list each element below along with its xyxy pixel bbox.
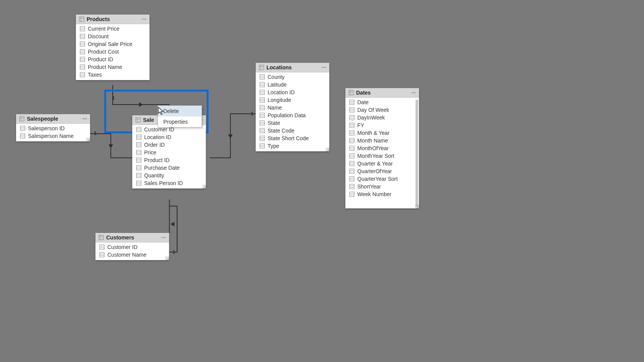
field-item[interactable]: Latitude — [256, 81, 329, 88]
svg-rect-57 — [136, 181, 141, 185]
table-menu-button[interactable]: ⋯ — [82, 116, 88, 121]
field-item[interactable]: Name — [256, 104, 329, 111]
field-item[interactable]: Customer Name — [95, 251, 169, 259]
field-item[interactable]: Day Of Week — [345, 106, 419, 114]
svg-rect-90 — [260, 121, 264, 125]
field-item[interactable]: Purchase Date — [132, 164, 206, 172]
field-item[interactable]: FY — [345, 121, 419, 129]
resize-handle[interactable] — [415, 205, 419, 208]
field-item[interactable]: Order ID — [132, 141, 206, 149]
table-header[interactable]: Customers ⋯ — [95, 233, 169, 242]
table-salespeople[interactable]: Salespeople ⋯ Salesperson IDSalesperson … — [16, 114, 90, 141]
field-item[interactable]: Month Name — [345, 137, 419, 144]
arrow-icon — [139, 102, 143, 107]
field-label: Quarter & Year — [357, 161, 393, 167]
field-item[interactable]: Population Data — [256, 111, 329, 119]
field-label: Month & Year — [357, 130, 389, 136]
table-header[interactable]: Products ⋯ — [76, 15, 150, 24]
svg-rect-111 — [350, 115, 354, 120]
field-item[interactable]: Sales Person ID — [132, 179, 206, 187]
svg-rect-120 — [350, 138, 354, 143]
field-item[interactable]: MonthYear Sort — [345, 152, 419, 160]
field-item[interactable]: Location ID — [256, 88, 329, 96]
field-item[interactable]: Product Cost — [76, 48, 150, 56]
svg-rect-123 — [350, 146, 354, 151]
column-icon — [136, 127, 141, 132]
field-item[interactable]: Original Sale Price — [76, 40, 150, 48]
scrollbar[interactable] — [416, 100, 418, 207]
field-item[interactable]: Customer ID — [95, 243, 169, 251]
column-icon — [136, 165, 141, 170]
field-item[interactable]: Product ID — [76, 56, 150, 63]
field-item[interactable]: MonthOfYear — [345, 144, 419, 152]
field-item[interactable]: County — [256, 73, 329, 81]
field-item[interactable]: Salesperson Name — [16, 132, 90, 140]
menu-item-delete[interactable]: Delete — [158, 106, 202, 116]
field-item[interactable]: Product ID — [132, 156, 206, 164]
resize-handle[interactable] — [165, 256, 169, 260]
table-header[interactable]: Salespeople ⋯ — [16, 114, 90, 124]
column-icon — [260, 136, 265, 141]
field-label: Name — [268, 105, 282, 111]
svg-rect-69 — [259, 65, 264, 70]
model-canvas[interactable]: 1 1 1 1 Products ⋯ Current PriceDiscount… — [0, 0, 644, 362]
context-menu[interactable]: Delete Properties — [158, 105, 202, 128]
field-item[interactable]: Quantity — [132, 172, 206, 179]
field-label: Location ID — [268, 89, 295, 95]
table-menu-button[interactable]: ⋯ — [142, 17, 147, 21]
field-item[interactable]: Product Name — [76, 63, 150, 71]
table-menu-button[interactable]: ⋯ — [322, 65, 327, 70]
field-item[interactable]: Week Number — [345, 190, 419, 198]
field-item[interactable]: Location ID — [132, 133, 206, 141]
svg-rect-0 — [79, 17, 84, 21]
field-item[interactable]: DayInWeek — [345, 114, 419, 121]
svg-rect-42 — [136, 143, 141, 147]
svg-rect-114 — [350, 123, 354, 128]
table-header[interactable]: Dates ⋯ — [345, 88, 419, 98]
field-item[interactable]: State Short Code — [256, 134, 329, 142]
table-header[interactable]: Locations ⋯ — [256, 63, 329, 72]
field-item[interactable]: Type — [256, 142, 329, 150]
field-item[interactable]: Discount — [76, 33, 150, 40]
field-item[interactable]: ShortYear — [345, 183, 419, 190]
svg-rect-81 — [260, 98, 264, 102]
table-customers[interactable]: Customers ⋯ Customer IDCustomer Name — [95, 233, 169, 260]
cardinality-one: 1 — [112, 95, 115, 101]
svg-rect-21 — [80, 72, 85, 77]
field-item[interactable]: QuarterYear Sort — [345, 175, 419, 183]
table-products[interactable]: Products ⋯ Current PriceDiscountOriginal… — [76, 15, 150, 80]
table-menu-button[interactable]: ⋯ — [161, 235, 167, 240]
field-list: Customer IDLocation IDOrder IDPriceProdu… — [132, 125, 206, 188]
table-title: Products — [87, 16, 110, 22]
field-label: Type — [268, 143, 279, 149]
field-item[interactable]: Price — [132, 149, 206, 156]
arrow-icon — [228, 134, 233, 138]
table-menu-button[interactable]: ⋯ — [411, 90, 417, 95]
resize-handle[interactable] — [325, 147, 329, 151]
table-locations[interactable]: Locations ⋯ CountyLatitudeLocation IDLon… — [256, 63, 329, 151]
field-label: Purchase Date — [144, 165, 180, 171]
field-item[interactable]: Longitude — [256, 96, 329, 104]
resize-handle[interactable] — [86, 138, 90, 141]
menu-item-properties[interactable]: Properties — [158, 116, 202, 127]
column-icon — [349, 161, 355, 166]
field-item[interactable]: Taxes — [76, 71, 150, 79]
svg-rect-54 — [136, 173, 141, 178]
resize-handle[interactable] — [202, 185, 206, 188]
svg-rect-27 — [20, 126, 25, 131]
field-item[interactable]: State — [256, 119, 329, 127]
field-item[interactable]: Date — [345, 98, 419, 106]
field-item[interactable]: Current Price — [76, 25, 150, 33]
field-item[interactable]: Month & Year — [345, 129, 419, 137]
field-label: Current Price — [88, 26, 119, 32]
table-dates[interactable]: Dates ⋯ DateDay Of WeekDayInWeekFYMonth … — [345, 88, 419, 208]
field-item[interactable]: Salesperson ID — [16, 124, 90, 132]
field-label: Order ID — [144, 142, 165, 148]
field-item[interactable]: Quarter & Year — [345, 160, 419, 167]
column-icon — [136, 180, 141, 186]
svg-rect-3 — [80, 26, 85, 31]
field-item[interactable]: QuarterOfYear — [345, 167, 419, 175]
field-item[interactable]: State Code — [256, 127, 329, 134]
table-title: Customers — [106, 234, 134, 241]
field-label: Product ID — [144, 157, 169, 163]
